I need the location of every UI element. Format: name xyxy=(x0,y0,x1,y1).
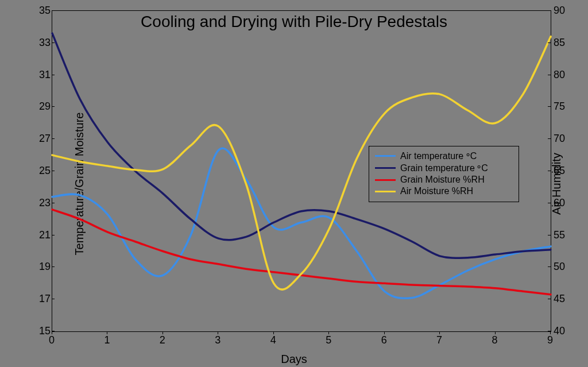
legend-swatch xyxy=(375,167,396,169)
tick-label: 0 xyxy=(46,334,57,346)
tick-mark xyxy=(439,331,440,334)
tick-mark xyxy=(548,138,551,139)
tick-mark xyxy=(548,43,551,43)
tick-mark xyxy=(218,331,218,334)
legend-item-air-moisture: Air Moisture %RH xyxy=(375,186,513,197)
tick-mark xyxy=(107,331,107,334)
legend-label: Air Moisture %RH xyxy=(400,186,473,196)
tick-mark xyxy=(550,331,551,334)
tick-label: 29 xyxy=(33,101,51,113)
tick-label: 4 xyxy=(268,334,279,346)
tick-mark xyxy=(548,10,551,11)
tick-label: 3 xyxy=(212,334,223,346)
tick-mark xyxy=(52,43,55,43)
tick-mark xyxy=(548,171,551,171)
tick-label: 75 xyxy=(554,101,571,113)
legend-swatch xyxy=(375,155,396,157)
tick-mark xyxy=(52,106,55,107)
legend-label: Grain temperature ᵒC xyxy=(400,163,488,173)
tick-mark xyxy=(548,203,551,203)
tick-label: 19 xyxy=(33,261,51,273)
legend-label: Grain Moisture %RH xyxy=(400,175,485,185)
tick-label: 23 xyxy=(33,196,51,208)
tick-mark xyxy=(548,299,551,299)
tick-mark xyxy=(384,331,385,334)
tick-label: 55 xyxy=(554,229,571,241)
tick-label: 40 xyxy=(554,325,571,337)
tick-label: 5 xyxy=(323,334,334,346)
legend-item-grain-temp: Grain temperature ᵒC xyxy=(375,162,513,174)
tick-label: 85 xyxy=(554,36,571,48)
tick-mark xyxy=(52,266,55,267)
tick-label: 27 xyxy=(33,133,51,145)
tick-label: 17 xyxy=(33,293,51,305)
tick-label: 70 xyxy=(554,133,571,145)
tick-mark xyxy=(52,10,55,11)
tick-mark xyxy=(495,331,496,334)
tick-label: 80 xyxy=(554,68,571,80)
tick-label: 7 xyxy=(434,334,445,346)
tick-label: 45 xyxy=(554,293,571,305)
tick-label: 31 xyxy=(33,68,51,80)
tick-mark xyxy=(163,331,163,334)
legend: Air temperature ᵒC Grain temperature ᵒC … xyxy=(369,146,519,202)
tick-label: 21 xyxy=(33,229,51,241)
tick-label: 33 xyxy=(33,36,51,48)
tick-label: 1 xyxy=(101,334,113,346)
legend-item-grain-moisture: Grain Moisture %RH xyxy=(375,174,513,186)
legend-swatch xyxy=(375,179,396,181)
tick-label: 25 xyxy=(33,165,51,177)
tick-label: 35 xyxy=(33,5,51,17)
tick-label: 50 xyxy=(554,261,571,273)
legend-item-air-temp: Air temperature ᵒC xyxy=(375,150,513,162)
tick-label: 2 xyxy=(157,334,168,346)
x-axis-label: Days xyxy=(0,353,588,366)
tick-mark xyxy=(52,331,52,334)
tick-label: 6 xyxy=(378,334,390,346)
tick-label: 8 xyxy=(489,334,501,346)
tick-mark xyxy=(328,331,329,334)
tick-label: 65 xyxy=(554,165,571,177)
tick-label: 60 xyxy=(554,196,571,208)
tick-mark xyxy=(273,331,274,334)
chart-container: Cooling and Drying with Pile-Dry Pedesta… xyxy=(0,0,588,367)
tick-mark xyxy=(52,235,55,235)
tick-mark xyxy=(52,75,55,75)
tick-mark xyxy=(52,203,55,203)
tick-mark xyxy=(52,138,55,139)
tick-label: 90 xyxy=(554,5,571,17)
tick-mark xyxy=(52,299,55,299)
tick-mark xyxy=(548,235,551,235)
tick-mark xyxy=(548,75,551,75)
legend-label: Air temperature ᵒC xyxy=(400,150,477,161)
legend-swatch xyxy=(375,191,396,192)
tick-mark xyxy=(548,106,551,107)
tick-mark xyxy=(548,266,551,267)
tick-label: 9 xyxy=(544,334,556,346)
tick-mark xyxy=(52,171,55,171)
